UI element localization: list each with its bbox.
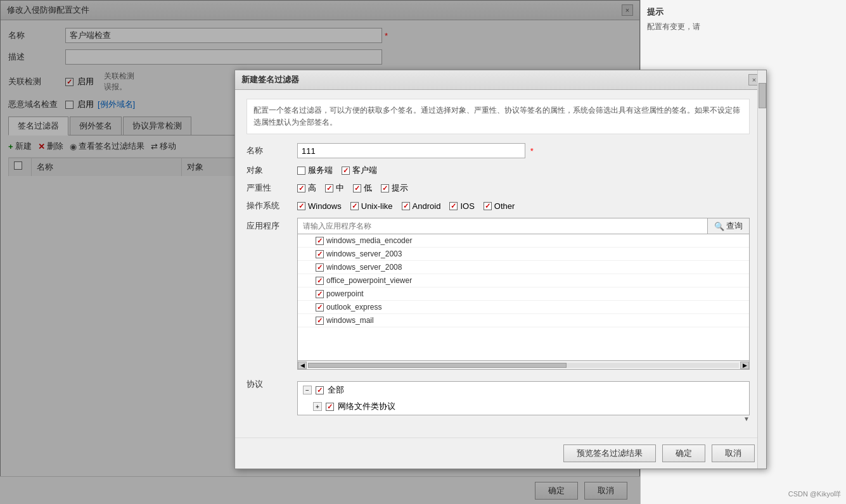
app-search-button[interactable]: 🔍 查询: [707, 218, 749, 234]
protocol-sub-checkbox[interactable]: ✓: [326, 403, 334, 411]
target-server-item[interactable]: 服务端: [297, 165, 333, 176]
app-item-checkbox-6[interactable]: ✓: [316, 317, 324, 325]
severity-hint-item[interactable]: ✓ 提示: [381, 182, 408, 194]
modal-app-row: 应用程序 🔍 查询 ✓ windows_media_encoder: [247, 218, 750, 370]
target-checkbox-group: 服务端 ✓ 客户端: [297, 165, 750, 176]
severity-high-checkbox[interactable]: ✓: [297, 184, 305, 192]
os-other-label: Other: [494, 201, 515, 211]
modal-bottom-bar: 预览签名过滤结果 确定 取消: [235, 438, 766, 469]
app-item-text-6: windows_mail: [326, 316, 374, 325]
modal-cancel-button[interactable]: 取消: [712, 444, 755, 462]
severity-mid-label: 中: [336, 182, 344, 194]
os-other-item[interactable]: ✓ Other: [484, 201, 515, 211]
list-item: ✓ windows_media_encoder: [298, 234, 749, 248]
target-server-checkbox[interactable]: [297, 167, 305, 175]
protocol-more-indicator: ▼: [297, 415, 750, 422]
modal-title-text: 新建签名过滤器: [241, 74, 299, 85]
app-list[interactable]: ✓ windows_media_encoder ✓ windows_server…: [297, 234, 750, 361]
protocol-area: − ✓ 全部 + ✓ 网络文件类协议: [297, 381, 750, 415]
modal-protocol-row: 协议 − ✓ 全部 + ✓ 网络文件类协议 ▼: [247, 376, 750, 422]
severity-high-item[interactable]: ✓ 高: [297, 182, 316, 194]
scrollbar-thumb: [759, 83, 766, 108]
right-panel-text: 配置有变更，请: [647, 22, 840, 32]
target-client-checkbox[interactable]: ✓: [342, 167, 350, 175]
app-item-checkbox-5[interactable]: ✓: [316, 303, 324, 312]
app-item-checkbox-1[interactable]: ✓: [316, 250, 324, 258]
os-windows-checkbox[interactable]: ✓: [297, 202, 305, 210]
modal-description: 配置一个签名过滤器，可以方便的获取多个签名。通过选择对象、严重性、协议等签名的属…: [247, 99, 750, 134]
modal-os-row: 操作系统 ✓ Windows ✓ Unix-like ✓ Android: [247, 200, 750, 211]
os-android-item[interactable]: ✓ Android: [402, 201, 441, 211]
app-search-row: 🔍 查询: [297, 218, 750, 234]
protocol-all-row: − ✓ 全部: [298, 382, 749, 398]
hscroll-right-arrow[interactable]: ▶: [740, 362, 749, 369]
os-android-checkbox[interactable]: ✓: [402, 202, 410, 210]
os-checkbox-group: ✓ Windows ✓ Unix-like ✓ Android ✓ IOS: [297, 201, 750, 211]
hscroll-track: [308, 363, 739, 368]
modal-os-label: 操作系统: [247, 200, 297, 211]
app-item-checkbox-4[interactable]: ✓: [316, 290, 324, 298]
os-unixlike-item[interactable]: ✓ Unix-like: [350, 201, 393, 211]
modal-dialog: 新建签名过滤器 × 配置一个签名过滤器，可以方便的获取多个签名。通过选择对象、严…: [234, 70, 767, 469]
app-item-text-4: powerpoint: [326, 289, 364, 298]
modal-protocol-label: 协议: [247, 376, 297, 390]
modal-name-row: 名称 *: [247, 143, 750, 158]
app-item-text-3: office_powerpoint_viewer: [326, 276, 412, 285]
protocol-collapse-btn[interactable]: −: [303, 386, 312, 394]
app-item-text-5: outlook_express: [326, 303, 381, 312]
modal-name-input[interactable]: [297, 143, 525, 158]
modal-scrollbar[interactable]: [757, 70, 766, 469]
severity-mid-checkbox[interactable]: ✓: [325, 184, 333, 192]
modal-name-label: 名称: [247, 145, 297, 156]
watermark: CSDN @Kikyo咩: [788, 489, 841, 499]
modal-severity-label: 严重性: [247, 182, 297, 194]
app-search-input[interactable]: [298, 219, 707, 233]
target-server-label: 服务端: [308, 165, 333, 176]
search-icon: 🔍: [714, 222, 724, 231]
severity-low-item[interactable]: ✓ 低: [353, 182, 372, 194]
os-windows-label: Windows: [308, 201, 342, 211]
severity-mid-item[interactable]: ✓ 中: [325, 182, 344, 194]
list-item: ✓ office_powerpoint_viewer: [298, 274, 749, 287]
modal-severity-row: 严重性 ✓ 高 ✓ 中 ✓ 低 ✓: [247, 182, 750, 194]
app-item-text-1: windows_server_2003: [326, 249, 402, 258]
modal-confirm-button[interactable]: 确定: [662, 444, 705, 462]
protocol-sub-expand-btn[interactable]: +: [313, 402, 322, 411]
list-item: ✓ windows_mail: [298, 314, 749, 327]
modal-title-bar: 新建签名过滤器 ×: [235, 70, 766, 90]
list-item: ✓ windows_server_2003: [298, 248, 749, 261]
modal-app-label: 应用程序: [247, 218, 297, 232]
list-item: ✓ powerpoint: [298, 287, 749, 301]
list-item: ✓ windows_server_2008: [298, 261, 749, 274]
modal-preview-button[interactable]: 预览签名过滤结果: [563, 444, 656, 462]
app-item-checkbox-3[interactable]: ✓: [316, 277, 324, 285]
modal-target-label: 对象: [247, 165, 297, 176]
app-item-checkbox-0[interactable]: ✓: [316, 237, 324, 245]
app-hscrollbar[interactable]: ◀ ▶: [297, 361, 750, 370]
os-other-checkbox[interactable]: ✓: [484, 202, 492, 210]
app-item-text-2: windows_server_2008: [326, 263, 402, 272]
protocol-all-label: 全部: [328, 384, 344, 396]
severity-hint-checkbox[interactable]: ✓: [381, 184, 389, 192]
severity-hint-label: 提示: [392, 182, 408, 194]
os-unixlike-checkbox[interactable]: ✓: [350, 202, 359, 210]
severity-checkbox-group: ✓ 高 ✓ 中 ✓ 低 ✓ 提示: [297, 182, 750, 194]
protocol-sub-label: 网络文件类协议: [338, 401, 395, 412]
app-item-text-0: windows_media_encoder: [326, 236, 412, 245]
hscroll-left-arrow[interactable]: ◀: [298, 362, 307, 369]
severity-high-label: 高: [308, 182, 316, 194]
hscroll-thumb: [308, 363, 567, 368]
modal-target-row: 对象 服务端 ✓ 客户端: [247, 165, 750, 176]
app-search-btn-label: 查询: [726, 220, 743, 232]
app-item-checkbox-2[interactable]: ✓: [316, 263, 324, 272]
modal-name-required: *: [530, 146, 534, 156]
os-ios-item[interactable]: ✓ IOS: [449, 201, 474, 211]
protocol-sub-row: + ✓ 网络文件类协议: [298, 398, 749, 415]
os-windows-item[interactable]: ✓ Windows: [297, 201, 342, 211]
target-client-item[interactable]: ✓ 客户端: [342, 165, 377, 176]
severity-low-checkbox[interactable]: ✓: [353, 184, 361, 192]
os-ios-label: IOS: [460, 201, 474, 211]
os-unixlike-label: Unix-like: [361, 201, 393, 211]
protocol-all-checkbox[interactable]: ✓: [316, 386, 324, 394]
os-ios-checkbox[interactable]: ✓: [449, 202, 458, 210]
